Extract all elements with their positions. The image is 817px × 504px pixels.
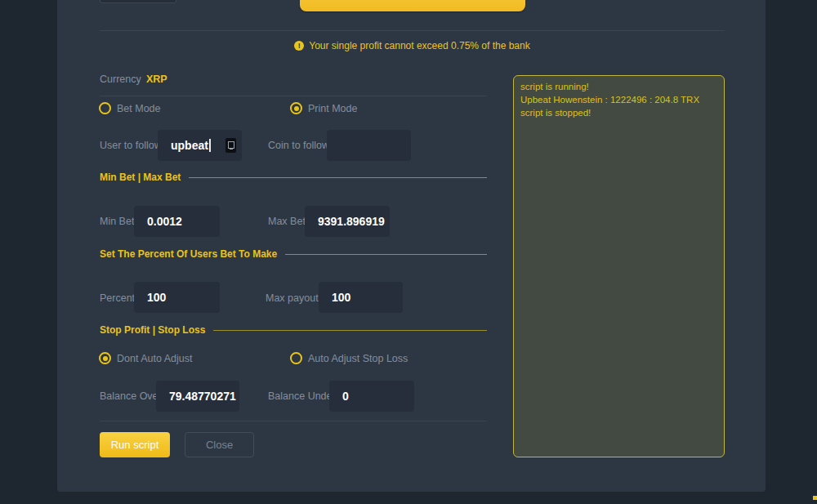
max-bet-input[interactable]: 9391.896919 <box>305 206 390 237</box>
balance-under-input[interactable]: 0 <box>329 381 414 412</box>
next-round-button[interactable]: (Next round) <box>300 0 525 11</box>
max-payout-input[interactable]: 100 <box>319 282 403 313</box>
run-script-label: Run script <box>111 439 159 451</box>
print-mode-label[interactable]: Print Mode <box>308 103 357 114</box>
user-to-follow-label: User to follow <box>100 140 162 151</box>
bet-mode-radio[interactable] <box>99 102 111 114</box>
bet-mode-label[interactable]: Bet Mode <box>117 103 161 114</box>
dont-auto-adjust-radio[interactable] <box>99 352 111 364</box>
section-percent-title: Set The Percent Of Users Bet To Make <box>100 248 277 260</box>
section-stop-title: Stop Profit | Stop Loss <box>100 324 205 336</box>
auto-adjust-radio[interactable] <box>290 352 302 364</box>
log-line: script is running! <box>520 80 717 93</box>
script-dialog-screen: (Next round) ! Your single profit cannot… <box>0 0 817 504</box>
close-label: Close <box>206 439 233 451</box>
balance-under-label: Balance Under <box>268 390 336 402</box>
screen-edge-artifact <box>813 496 817 500</box>
actions-divider <box>100 421 487 421</box>
percent-value: 100 <box>147 291 166 304</box>
section-stop: Stop Profit | Stop Loss <box>100 324 487 336</box>
section-rule <box>213 330 487 331</box>
bot-script-dialog: (Next round) ! Your single profit cannot… <box>57 0 766 492</box>
max-bet-label: Max Bet <box>268 216 306 227</box>
log-line: Upbeat Howenstein : 1222496 : 204.8 TRX <box>520 93 717 106</box>
section-bet-limits-title: Min Bet | Max Bet <box>100 172 181 183</box>
section-bet-limits: Min Bet | Max Bet <box>100 172 487 183</box>
section-percent: Set The Percent Of Users Bet To Make <box>100 248 487 260</box>
balance-under-value: 0 <box>342 390 349 403</box>
user-to-follow-input[interactable]: upbeat <box>158 130 242 161</box>
coin-to-follow-input[interactable] <box>327 130 411 161</box>
info-icon: ! <box>294 41 304 51</box>
close-button[interactable]: Close <box>185 432 254 457</box>
currency-label: Currency <box>100 74 141 85</box>
user-to-follow-value: upbeat <box>171 139 208 152</box>
currency-divider <box>100 96 487 96</box>
log-line: script is stopped! <box>520 106 717 119</box>
balance-over-value: 79.48770271 <box>169 390 236 403</box>
text-caret <box>209 139 211 152</box>
max-bet-value: 9391.896919 <box>318 215 385 228</box>
section-rule <box>285 254 487 255</box>
run-script-button[interactable]: Run script <box>100 432 170 457</box>
min-bet-label: Min Bet <box>100 216 134 227</box>
input-method-icon <box>225 138 236 153</box>
min-bet-value: 0.0012 <box>147 215 182 228</box>
percent-label: Percent <box>100 292 135 304</box>
section-rule <box>189 177 487 178</box>
max-payout-value: 100 <box>332 291 350 304</box>
balance-over-input[interactable]: 79.48770271 <box>156 381 239 412</box>
auto-adjust-label[interactable]: Auto Adjust Stop Loss <box>308 353 408 364</box>
max-payout-label: Max payout <box>266 292 319 304</box>
script-log-output[interactable]: script is running! Upbeat Howenstein : 1… <box>513 75 725 457</box>
print-mode-radio[interactable] <box>290 102 302 114</box>
dont-auto-adjust-label[interactable]: Dont Auto Adjust <box>117 353 192 364</box>
profit-warning: ! Your single profit cannot exceed 0.75%… <box>100 39 725 51</box>
profit-warning-text: Your single profit cannot exceed 0.75% o… <box>309 40 529 51</box>
coin-to-follow-label: Coin to follow <box>268 140 329 151</box>
cutoff-input-field[interactable] <box>100 0 176 3</box>
min-bet-input[interactable]: 0.0012 <box>134 206 220 237</box>
top-divider <box>100 30 725 31</box>
balance-over-label: Balance Over <box>100 390 162 402</box>
currency-value[interactable]: XRP <box>146 74 167 85</box>
percent-input[interactable]: 100 <box>134 282 220 313</box>
